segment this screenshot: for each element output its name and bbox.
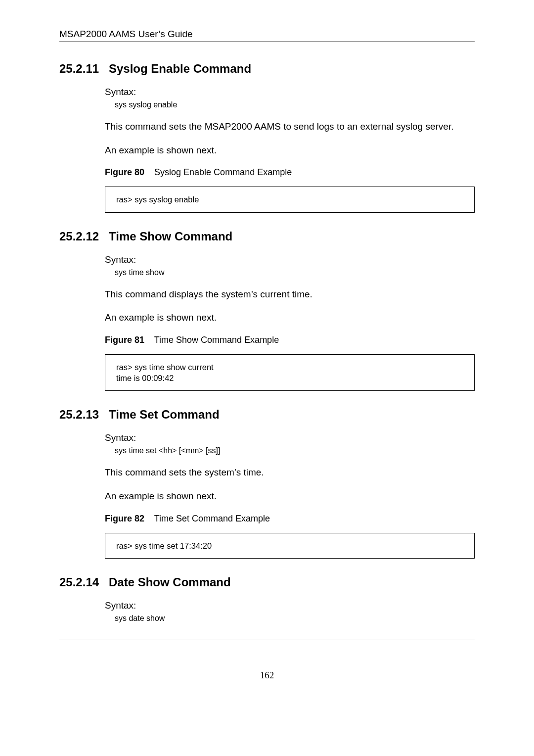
page: MSAP2000 AAMS User’s Guide 25.2.11 Syslo… [0, 0, 534, 701]
syntax-label: Syntax: [105, 432, 475, 443]
syntax-code: sys date show [115, 614, 475, 623]
section-heading: 25.2.13 Time Set Command [59, 408, 475, 422]
figure-label: Figure 81 [105, 335, 144, 345]
section-body: Syntax: sys time set <hh> [<mm> [ss]] Th… [105, 432, 475, 559]
syntax-label: Syntax: [105, 254, 475, 265]
section-title: Date Show Command [109, 575, 231, 589]
section-heading: 25.2.14 Date Show Command [59, 575, 475, 589]
syntax-code: sys time set <hh> [<mm> [ss]] [115, 446, 475, 455]
figure-title: Time Show Command Example [154, 335, 279, 345]
code-example-box: ras> sys syslog enable [105, 187, 475, 212]
section-body: Syntax: sys time show This command displ… [105, 254, 475, 391]
page-number: 162 [59, 670, 475, 681]
syntax-code: sys syslog enable [115, 100, 475, 109]
syntax-label: Syntax: [105, 600, 475, 611]
header-rule [59, 42, 475, 42]
section-body: Syntax: sys date show [105, 600, 475, 623]
section-title: Time Set Command [109, 408, 220, 422]
section-body: Syntax: sys syslog enable This command s… [105, 87, 475, 213]
figure-caption: Figure 82 Time Set Command Example [105, 514, 475, 524]
section-number: 25.2.13 [59, 408, 109, 422]
section-number: 25.2.11 [59, 62, 109, 76]
section-heading: 25.2.11 Syslog Enable Command [59, 62, 475, 76]
section-25-2-14: 25.2.14 Date Show Command Syntax: sys da… [59, 575, 475, 623]
section-description: This command sets the system’s time. [105, 466, 475, 479]
section-25-2-12: 25.2.12 Time Show Command Syntax: sys ti… [59, 230, 475, 391]
running-header: MSAP2000 AAMS User’s Guide [59, 29, 475, 40]
section-title: Time Show Command [109, 230, 232, 243]
section-25-2-11: 25.2.11 Syslog Enable Command Syntax: sy… [59, 62, 475, 213]
figure-title: Syslog Enable Command Example [154, 167, 292, 177]
section-number: 25.2.14 [59, 575, 109, 589]
section-25-2-13: 25.2.13 Time Set Command Syntax: sys tim… [59, 408, 475, 559]
footer-rule [59, 640, 475, 640]
figure-label: Figure 80 [105, 167, 144, 177]
section-description: This command displays the system’s curre… [105, 288, 475, 301]
section-title: Syslog Enable Command [109, 62, 251, 76]
section-description: This command sets the MSAP2000 AAMS to s… [105, 120, 475, 133]
code-example-box: ras> sys time show currenttime is 00:09:… [105, 354, 475, 391]
example-intro: An example is shown next. [105, 490, 475, 503]
figure-caption: Figure 80 Syslog Enable Command Example [105, 167, 475, 178]
code-example-box: ras> sys time set 17:34:20 [105, 533, 475, 559]
section-heading: 25.2.12 Time Show Command [59, 230, 475, 243]
syntax-code: sys time show [115, 268, 475, 277]
section-number: 25.2.12 [59, 230, 109, 243]
example-intro: An example is shown next. [105, 311, 475, 324]
figure-label: Figure 82 [105, 514, 144, 523]
syntax-label: Syntax: [105, 87, 475, 97]
example-intro: An example is shown next. [105, 144, 475, 157]
figure-caption: Figure 81 Time Show Command Example [105, 335, 475, 345]
figure-title: Time Set Command Example [154, 514, 270, 523]
